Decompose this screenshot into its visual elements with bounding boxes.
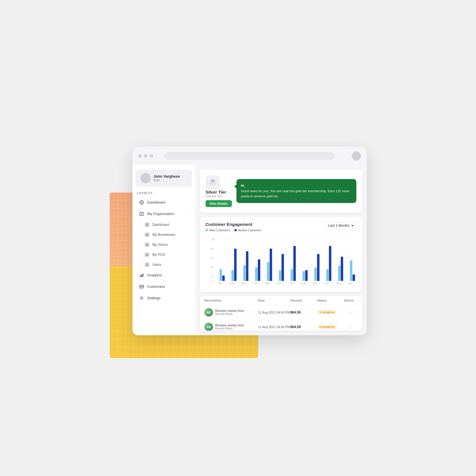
row-1-action[interactable]: ⋮ <box>344 310 357 315</box>
svg-text:100: 100 <box>211 238 215 241</box>
svg-rect-9 <box>140 275 141 277</box>
bar-may-active <box>270 248 272 281</box>
row-1-desc-line2: Annette Black <box>215 312 244 316</box>
bar-dec-new <box>350 260 352 281</box>
row-1-status: In progress <box>317 310 337 315</box>
bar-jul-active <box>293 246 296 281</box>
settings-label: Settings <box>147 296 161 300</box>
user-name: John Varghese <box>154 174 180 178</box>
svg-point-16 <box>212 180 214 182</box>
sidebar-item-my-stores[interactable]: My Stores <box>134 240 194 250</box>
sub-dashboard-icon <box>144 222 150 227</box>
search-bar[interactable] <box>164 152 335 160</box>
row-2-amount: $64.59 <box>290 325 317 329</box>
svg-text:May: May <box>265 282 270 285</box>
svg-text:80: 80 <box>211 247 214 250</box>
customers-label: Customers <box>147 284 165 289</box>
time-filter-dropdown[interactable]: Last 1 Months ▾ <box>325 222 356 229</box>
row-2-action[interactable]: ⋮ <box>344 324 357 330</box>
user-avatar-header <box>352 151 361 160</box>
svg-rect-11 <box>142 274 143 277</box>
user-org: BHS <box>154 178 180 182</box>
svg-text:60: 60 <box>211 256 214 259</box>
bar-jan-active <box>222 275 224 281</box>
bar-mar-new <box>243 265 246 281</box>
sidebar-label-my-organization: My Organization <box>147 212 174 216</box>
bar-oct-active <box>329 246 331 281</box>
legend-active-customers: Active Customer <box>234 228 261 232</box>
chart-legend: New Cutomers Active Customer <box>206 228 261 232</box>
time-filter-label: Last 1 Months <box>328 224 350 228</box>
bar-mar-active <box>246 251 248 281</box>
sidebar-item-users[interactable]: Users <box>134 260 194 270</box>
svg-text:Jan: Jan <box>218 282 222 285</box>
row-2-desc-line2: Annette Black <box>215 327 244 330</box>
tier-name: Silver Tier <box>206 190 232 194</box>
bar-sep-new <box>314 267 316 281</box>
message-body: Good news for you, You are near the gold… <box>241 189 350 198</box>
row-2-desc-line1: Receive money from <box>215 324 244 327</box>
pos-icon <box>144 252 150 257</box>
sidebar-item-dashboard[interactable]: Dashboard <box>134 197 194 208</box>
businesses-icon <box>144 232 150 237</box>
svg-text:40: 40 <box>211 266 214 268</box>
view-details-button[interactable]: View Details <box>206 200 232 207</box>
tier-sub: Current Tier <box>206 194 232 198</box>
col-status: Status <box>317 299 344 302</box>
col-action: Action <box>344 299 357 302</box>
sidebar-item-my-organization[interactable]: My Organization › <box>134 208 194 219</box>
bar-sep-active <box>317 254 319 281</box>
window-dot-2 <box>144 154 147 158</box>
sidebar-item-settings[interactable]: Settings <box>134 293 194 304</box>
bar-oct-new <box>326 269 328 281</box>
sidebar-item-analytics[interactable]: Analytics <box>134 270 194 281</box>
bar-jun-new <box>279 270 281 281</box>
chart-svg: 100 80 60 40 20 0 <box>206 235 356 287</box>
legend-label-new: New Cutomers <box>209 228 230 232</box>
bar-apr-new <box>255 267 257 281</box>
sidebar-item-sub-dashboard[interactable]: Dashboard <box>134 220 194 230</box>
svg-rect-2 <box>140 212 144 216</box>
bar-jan-new <box>220 269 222 281</box>
row-2-status: In progress <box>317 324 337 329</box>
tier-message: Hi, Good news for you, You are near the … <box>236 179 356 203</box>
row-2-avatar: AB <box>204 323 213 331</box>
chevron-down-icon: ▾ <box>352 224 353 228</box>
svg-text:Mar: Mar <box>242 282 246 285</box>
avatar <box>140 173 151 183</box>
window-controls <box>138 154 153 158</box>
legend-label-active: Active Customer <box>238 228 261 232</box>
dashboard-icon <box>139 200 144 205</box>
bar-feb-new <box>231 270 234 281</box>
window-dot-3 <box>150 154 153 158</box>
settings-icon <box>139 295 144 301</box>
sidebar-item-my-businesses[interactable]: My Businesses <box>134 230 194 240</box>
bar-nov-active <box>341 256 343 281</box>
row-1-avatar: AB <box>204 308 213 317</box>
svg-text:Nov: Nov <box>336 282 341 285</box>
sidebar-item-customers[interactable]: Customers <box>134 281 194 292</box>
svg-text:0: 0 <box>212 280 213 282</box>
organization-icon <box>139 211 144 217</box>
content-area: John Varghese BHS LOYALTY Dashboard <box>132 165 367 335</box>
svg-point-0 <box>140 200 144 204</box>
chart-title: Customer Engagement <box>206 222 261 227</box>
table-row: AB Receive money from Annette Black 11 A… <box>200 305 362 320</box>
sidebar-item-my-pos[interactable]: My POS <box>134 250 194 260</box>
svg-point-3 <box>141 214 142 215</box>
row-2-description: AB Receive money from Annette Black <box>204 323 258 331</box>
row-2-date: 11 Aug 2021 04:50 PM <box>258 325 290 329</box>
svg-text:Aug: Aug <box>301 282 305 285</box>
svg-text:20: 20 <box>211 275 214 278</box>
sub-dashboard-label: Dashboard <box>152 223 169 227</box>
row-1-amount: $64.59 <box>290 310 317 314</box>
row-1-desc-line1: Receive money from <box>215 309 244 312</box>
window-dot-1 <box>138 154 142 158</box>
my-businesses-label: My Businesses <box>152 233 176 237</box>
svg-text:Apr: Apr <box>254 282 257 285</box>
col-description: Description <box>204 299 258 302</box>
bar-jul-new <box>290 269 293 281</box>
row-1-date: 11 Aug 2021 04:50 PM <box>258 311 290 314</box>
bar-jun-active <box>281 254 284 281</box>
svg-text:Feb: Feb <box>230 282 234 285</box>
